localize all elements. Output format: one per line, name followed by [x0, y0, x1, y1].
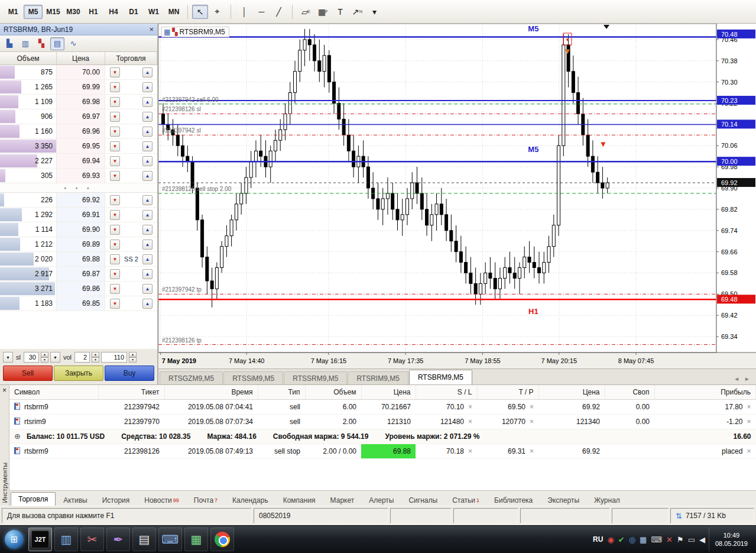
tray-display-icon[interactable]: ▭ [688, 535, 695, 544]
tray-input-icon[interactable]: ⌨ [651, 535, 662, 544]
buy-at-price-button[interactable]: ▲ [142, 67, 153, 77]
trade-row[interactable]: rtsbrm92123981262019.05.08 07:49:13sell … [9, 444, 756, 458]
equidistant-channel-tool[interactable]: ▱E [298, 5, 314, 19]
chart-tab-rtssrm9[interactable]: RTSSRM9,M5 [284, 371, 347, 384]
sell-at-price-button[interactable]: ▼ [110, 97, 120, 107]
toolbox-tab-trade[interactable]: Торговля [11, 492, 56, 506]
vol-step-up[interactable]: ▲ [92, 352, 99, 357]
language-indicator[interactable]: RU [593, 535, 603, 544]
close-x-icon[interactable]: × [747, 403, 751, 411]
spreadsheet-app[interactable]: ▦ [184, 528, 208, 551]
buy-at-price-button[interactable]: ▲ [142, 156, 153, 166]
sell-at-price-button[interactable]: ▼ [110, 269, 120, 279]
sell-at-price-button[interactable]: ▼ [110, 210, 120, 220]
timeframe-m15[interactable]: M15 [44, 5, 63, 19]
chart-mode-icon[interactable]: ▚ [172, 28, 177, 36]
trade-column-header[interactable]: Тип [258, 385, 305, 399]
timeframe-m1[interactable]: M1 [4, 5, 22, 19]
tray-security-icon[interactable]: ✕ [666, 535, 673, 544]
sl-step-up[interactable]: ▲ [41, 352, 48, 357]
close-x-icon[interactable]: × [468, 403, 472, 411]
chart-tab-rtsrim9[interactable]: RTSRIM9,M5 [348, 371, 408, 384]
buy-at-price-button[interactable]: ▲ [142, 269, 153, 279]
sell-at-price-button[interactable]: ▼ [110, 127, 120, 137]
timeframe-d1[interactable]: D1 [124, 5, 143, 19]
tray-volume-icon[interactable]: ◀ [699, 535, 705, 544]
timeframe-w1[interactable]: W1 [144, 5, 163, 19]
dom-vol-dropdown[interactable]: ▼ [50, 352, 60, 363]
close-position-button[interactable]: Закрыть [54, 366, 103, 381]
dom-bid-row[interactable]: 1 11469.90▼▲ [0, 222, 157, 237]
trade-column-header[interactable]: Цена [361, 385, 416, 399]
dom-sl-dropdown[interactable]: ▼ [3, 352, 13, 363]
lots-step-up[interactable]: ▲ [129, 352, 137, 357]
buy-at-price-button[interactable]: ▲ [142, 254, 153, 264]
timeframe-h4[interactable]: H4 [104, 5, 123, 19]
close-x-icon[interactable]: × [530, 447, 534, 455]
trade-row[interactable]: rtsrim92123979702019.05.08 07:07:34sell2… [9, 414, 756, 429]
toolbox-tab-mail[interactable]: Почта7 [187, 494, 225, 506]
dom-ask-row[interactable]: 90669.97▼▲ [0, 109, 157, 124]
tools-dropdown[interactable]: ▾ [366, 5, 382, 19]
sell-at-price-button[interactable]: ▼ [110, 254, 120, 264]
toolbox-tab-library[interactable]: Библиотека [487, 494, 540, 506]
close-x-icon[interactable]: × [530, 418, 534, 426]
trade-column-header[interactable]: Своп [605, 385, 654, 399]
dom-bid-row[interactable]: 1 18369.85▼▲ [0, 296, 157, 311]
text-tool[interactable]: T [332, 5, 348, 19]
trade-column-header[interactable]: Тикет [98, 385, 164, 399]
dom-ask-row[interactable]: 1 26569.99▼▲ [0, 80, 157, 95]
sell-at-price-button[interactable]: ▼ [110, 112, 120, 122]
toolbox-tab-assets[interactable]: Активы [56, 494, 95, 506]
dom-bid-row[interactable]: 1 29269.91▼▲ [0, 208, 157, 222]
snipping-tool-app[interactable]: ✂ [80, 528, 104, 551]
depth-view-icon[interactable]: ▤ [50, 37, 64, 50]
buy-at-price-button[interactable]: ▲ [142, 284, 153, 294]
notepad-app[interactable]: ▤ [132, 528, 156, 551]
start-button[interactable]: ⊞ [2, 528, 26, 551]
buy-at-price-button[interactable]: ▲ [142, 225, 153, 235]
dom-ask-row[interactable]: 2 22769.94▼▲ [0, 154, 157, 169]
explorer-app[interactable]: ▥ [54, 528, 78, 551]
toolbox-tab-journal[interactable]: Журнал [587, 494, 627, 506]
tray-antivirus-icon[interactable]: ✔ [618, 535, 625, 544]
tabs-scroll-left-icon[interactable]: ◄ [734, 376, 739, 382]
buy-at-price-button[interactable]: ▲ [142, 171, 153, 181]
sell-button[interactable]: Sell [3, 366, 53, 381]
toolbox-close-icon[interactable]: × [2, 387, 7, 394]
lots-step-down[interactable]: ▼ [129, 357, 137, 363]
sell-at-price-button[interactable]: ▼ [110, 82, 120, 92]
trendline-tool[interactable]: ╱ [271, 5, 287, 19]
balance-row[interactable]: ⊕Баланс: 10 011.75 USDСредства: 10 028.3… [9, 429, 756, 444]
dom-ask-row[interactable]: 1 10969.98▼▲ [0, 95, 157, 109]
tray-alert-icon[interactable]: ◉ [607, 535, 614, 544]
toolbox-tab-company[interactable]: Компания [276, 494, 323, 506]
vertical-line-tool[interactable]: │ [236, 5, 252, 19]
trade-column-header[interactable]: Символ [9, 385, 98, 399]
timeframe-m5[interactable]: M5 [24, 5, 43, 19]
quotes-view-icon[interactable]: ▥ [18, 37, 33, 50]
chart-tab-rtsgzm9[interactable]: RTSGZM9,M5 [160, 371, 223, 384]
timeframe-h1[interactable]: H1 [84, 5, 103, 19]
dom-ask-row[interactable]: 87570.00▼▲ [0, 65, 157, 80]
close-x-icon[interactable]: × [747, 418, 751, 426]
buy-at-price-button[interactable]: ▲ [142, 112, 153, 122]
close-x-icon[interactable]: × [468, 418, 472, 426]
timeframe-mn[interactable]: MN [164, 5, 183, 19]
sell-at-price-button[interactable]: ▼ [110, 141, 120, 151]
status-date-field[interactable]: 08052019 [254, 508, 388, 523]
taskbar-clock[interactable]: 10:49 08.05.2019 [709, 528, 754, 551]
toolbox-tab-market[interactable]: Маркет [323, 494, 362, 506]
crosshair-tool[interactable]: ⌖ [209, 5, 225, 19]
j2t-terminal-app[interactable]: J2T [28, 528, 52, 551]
dom-close-icon[interactable]: × [149, 25, 154, 34]
fibonacci-tool[interactable]: ▦F [315, 5, 331, 19]
price-chart[interactable]: #212397942 sell 6.00#212398126 sl#212397… [158, 24, 756, 368]
dom-bid-row[interactable]: 22669.92▼▲ [0, 193, 157, 208]
buy-at-price-button[interactable]: ▲ [142, 210, 153, 220]
vol-input[interactable]: 2 [74, 352, 90, 363]
trade-column-header[interactable]: Прибыль [654, 385, 756, 399]
toolbox-tab-alerts[interactable]: Алерты [362, 494, 401, 506]
quill-app[interactable]: ✒ [106, 528, 130, 551]
buy-at-price-button[interactable]: ▲ [142, 82, 153, 92]
